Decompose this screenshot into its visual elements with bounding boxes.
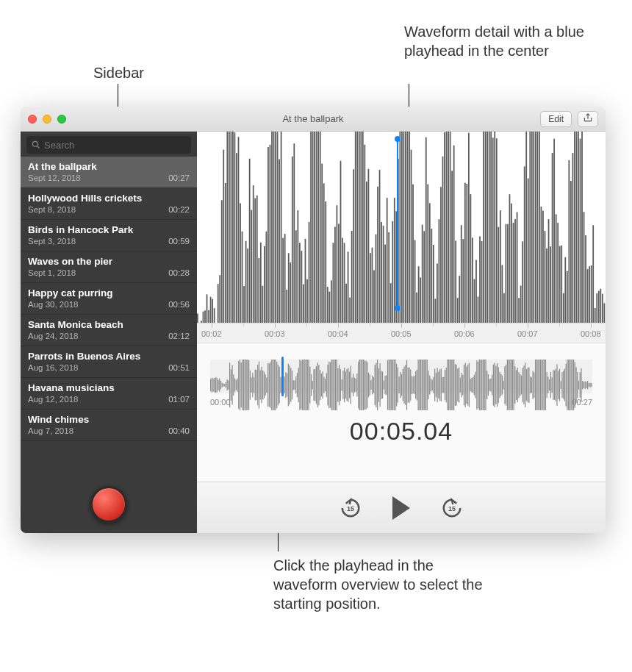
svg-rect-219 bbox=[602, 294, 603, 323]
svg-rect-455 bbox=[509, 360, 509, 410]
svg-rect-161 bbox=[494, 132, 495, 323]
svg-rect-377 bbox=[409, 367, 409, 403]
recording-item[interactable]: Happy cat purringAug 30, 201800:56 bbox=[21, 283, 197, 315]
svg-rect-50 bbox=[288, 253, 290, 323]
svg-rect-340 bbox=[362, 360, 362, 410]
svg-rect-112 bbox=[403, 132, 405, 323]
svg-rect-64 bbox=[314, 132, 315, 323]
svg-rect-397 bbox=[434, 369, 435, 401]
svg-rect-347 bbox=[370, 380, 371, 390]
svg-rect-48 bbox=[284, 234, 286, 323]
svg-rect-271 bbox=[274, 360, 275, 410]
svg-rect-422 bbox=[466, 366, 467, 404]
window-title: At the ballpark bbox=[21, 113, 606, 124]
svg-rect-197 bbox=[561, 246, 562, 323]
share-button[interactable] bbox=[578, 111, 598, 127]
titlebar[interactable]: At the ballpark Edit bbox=[21, 107, 606, 132]
waveform-overview[interactable] bbox=[210, 360, 592, 393]
svg-rect-25 bbox=[242, 232, 243, 323]
recording-duration: 00:22 bbox=[168, 205, 190, 214]
svg-rect-115 bbox=[409, 132, 410, 323]
svg-rect-116 bbox=[411, 150, 412, 323]
svg-rect-239 bbox=[233, 374, 234, 396]
recording-item[interactable]: Havana musiciansAug 12, 201801:07 bbox=[21, 378, 197, 410]
svg-rect-416 bbox=[459, 368, 459, 403]
svg-rect-275 bbox=[279, 367, 280, 404]
svg-rect-316 bbox=[331, 360, 332, 410]
svg-rect-480 bbox=[540, 360, 541, 410]
svg-rect-4 bbox=[203, 312, 204, 323]
svg-rect-68 bbox=[321, 164, 323, 323]
skip-forward-button[interactable]: 15 bbox=[441, 497, 463, 519]
svg-rect-92 bbox=[366, 182, 367, 323]
svg-rect-281 bbox=[287, 373, 287, 397]
playhead-detail[interactable] bbox=[397, 139, 398, 308]
svg-rect-146 bbox=[466, 184, 467, 323]
svg-rect-296 bbox=[306, 360, 306, 410]
svg-rect-337 bbox=[358, 362, 359, 409]
svg-rect-33 bbox=[256, 196, 258, 323]
svg-rect-185 bbox=[539, 132, 540, 323]
skip-back-button[interactable]: 15 bbox=[340, 497, 362, 519]
svg-rect-362 bbox=[389, 360, 390, 410]
search-input[interactable] bbox=[26, 136, 191, 154]
svg-rect-249 bbox=[246, 360, 247, 410]
svg-rect-473 bbox=[531, 377, 532, 393]
svg-rect-83 bbox=[349, 298, 351, 323]
svg-rect-518 bbox=[589, 383, 589, 387]
svg-rect-158 bbox=[489, 132, 490, 323]
record-button[interactable] bbox=[90, 486, 127, 523]
svg-rect-381 bbox=[414, 376, 414, 394]
svg-rect-513 bbox=[582, 381, 583, 390]
recording-item[interactable]: Waves on the pierSept 1, 201800:28 bbox=[21, 251, 197, 283]
playhead-overview[interactable] bbox=[281, 357, 284, 396]
svg-rect-508 bbox=[575, 368, 576, 403]
svg-rect-150 bbox=[474, 279, 475, 323]
recording-name: Happy cat purring bbox=[28, 287, 190, 299]
svg-rect-156 bbox=[485, 132, 486, 323]
recording-item[interactable]: Parrots in Buenos AiresAug 16, 201800:51 bbox=[21, 346, 197, 378]
svg-rect-178 bbox=[525, 132, 527, 323]
svg-rect-168 bbox=[507, 224, 509, 323]
svg-rect-228 bbox=[219, 379, 220, 392]
svg-rect-308 bbox=[321, 373, 322, 396]
svg-rect-342 bbox=[365, 360, 365, 410]
svg-rect-465 bbox=[521, 376, 522, 395]
edit-button[interactable]: Edit bbox=[540, 111, 572, 127]
svg-rect-170 bbox=[511, 204, 512, 323]
recording-item[interactable]: At the ballparkSept 12, 201800:27 bbox=[21, 157, 197, 188]
svg-rect-243 bbox=[238, 361, 239, 409]
svg-rect-41 bbox=[271, 132, 273, 323]
ruler-minor-tick bbox=[433, 324, 434, 326]
waveform-detail[interactable] bbox=[197, 132, 606, 323]
svg-rect-500 bbox=[566, 364, 567, 407]
svg-rect-26 bbox=[243, 286, 245, 323]
svg-rect-232 bbox=[224, 384, 225, 386]
waveform-overview-graphic bbox=[210, 360, 592, 410]
svg-rect-412 bbox=[453, 360, 454, 410]
recording-duration: 01:07 bbox=[168, 395, 190, 404]
svg-rect-464 bbox=[520, 374, 520, 396]
svg-rect-263 bbox=[264, 371, 265, 398]
svg-rect-177 bbox=[524, 166, 525, 323]
svg-rect-486 bbox=[547, 377, 548, 393]
playback-controls: 15 15 bbox=[197, 482, 606, 533]
svg-rect-503 bbox=[570, 360, 570, 410]
time-ruler[interactable]: 00:0200:0300:0400:0500:0600:0700:08 bbox=[197, 323, 606, 343]
svg-rect-401 bbox=[439, 369, 440, 401]
recording-item[interactable]: Wind chimesAug 7, 201800:40 bbox=[21, 410, 197, 441]
svg-rect-415 bbox=[457, 368, 458, 401]
svg-rect-301 bbox=[312, 381, 313, 389]
recording-item[interactable]: Santa Monica beachAug 24, 201802:12 bbox=[21, 315, 197, 346]
recording-item[interactable]: Birds in Hancock ParkSept 3, 201800:59 bbox=[21, 220, 197, 251]
recording-item[interactable]: Hollywood Hills cricketsSept 8, 201800:2… bbox=[21, 188, 197, 220]
svg-rect-96 bbox=[373, 271, 375, 323]
svg-rect-172 bbox=[514, 219, 516, 323]
svg-rect-283 bbox=[289, 365, 290, 404]
play-button[interactable] bbox=[392, 496, 410, 520]
svg-rect-159 bbox=[490, 132, 492, 323]
svg-rect-71 bbox=[327, 287, 328, 323]
svg-rect-289 bbox=[297, 373, 298, 397]
svg-rect-65 bbox=[316, 132, 317, 323]
svg-rect-230 bbox=[222, 383, 223, 387]
